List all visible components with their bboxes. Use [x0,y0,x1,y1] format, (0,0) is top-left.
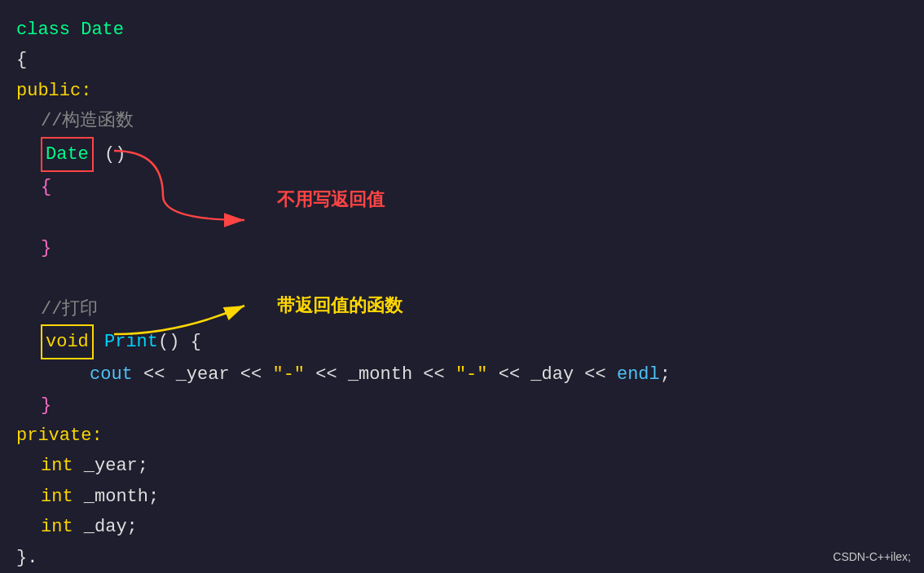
code-line-12: cout << _year << "-" << _month << "-" <<… [16,359,924,390]
code-editor: class Date { public: //构造函数 Date () { } … [0,0,924,573]
int-keyword-day: int [41,512,73,542]
code-line-18: }. [16,543,924,573]
stream-op-1: << [133,359,176,390]
code-line-10: //打印 [16,294,924,324]
print-func-parens: () { [158,327,201,357]
int-keyword-year: int [41,451,73,481]
class-name: Date [81,15,124,45]
year-member: _year; [73,451,148,481]
code-line-16: int _month; [16,482,924,512]
stream-op-3: << [305,359,348,390]
comment-constructor: //构造函数 [41,106,134,136]
keyword-private: private: [16,421,103,451]
year-var: _year [176,359,230,390]
void-keyword-boxed: void [41,324,94,359]
print-func-name: Print [94,327,158,357]
stream-op-6: << [574,359,617,390]
dash-string-1: "-" [272,359,305,390]
annotation-no-return: 不用写返回值 [277,187,385,212]
code-line-4: //构造函数 [16,106,924,136]
int-keyword-month: int [41,482,73,512]
brace-constructor-open: { [41,172,51,202]
brace-constructor-close: } [41,233,51,263]
constructor-parens: () [94,139,126,170]
comment-print: //打印 [41,294,98,324]
endl-keyword: endl [617,359,660,390]
keyword-public: public: [16,76,91,106]
day-var: _day [530,359,574,390]
watermark: CSDN-C++ilex; [833,550,911,563]
code-line-11: void Print() { [16,324,924,359]
brace-print-close: } [41,390,51,421]
code-line-3: public: [16,76,924,106]
code-line-1: class Date [16,15,924,45]
cout-keyword: cout [90,359,133,390]
code-line-17: int _day; [16,512,924,542]
code-line-7 [16,202,924,232]
stream-op-4: << [412,359,455,390]
code-line-9 [16,263,924,293]
day-member: _day; [73,512,138,542]
code-line-8: } [16,233,924,263]
code-line-6: { [16,172,924,202]
brace-open: { [16,45,27,75]
code-line-5: Date () [16,137,924,172]
date-keyword-boxed: Date [41,137,94,172]
dash-string-2: "-" [455,359,488,390]
annotation-with-return: 带返回值的函数 [277,293,403,318]
stream-op-5: << [488,359,531,390]
stream-op-2: << [230,359,273,390]
code-line-14: private: [16,421,924,451]
code-line-2: { [16,45,924,75]
semicolon-1: ; [660,359,671,390]
month-member: _month; [73,482,160,512]
code-line-13: } [16,390,924,421]
keyword-class: class [16,15,81,45]
class-close: }. [16,543,37,573]
month-var: _month [348,359,412,390]
code-line-15: int _year; [16,451,924,481]
